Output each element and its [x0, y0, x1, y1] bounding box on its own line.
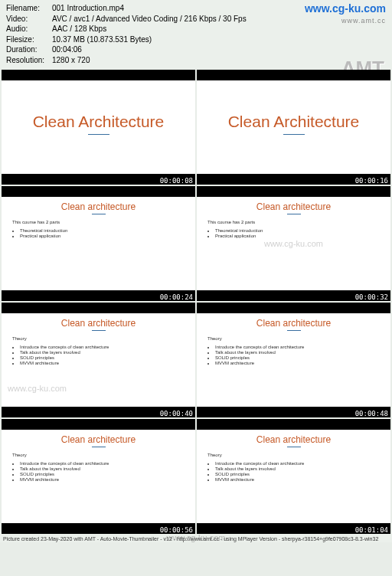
bullet-item: Practical application — [20, 234, 185, 238]
thumbnail-grid: Clean Architecture00:00:08Clean Architec… — [0, 70, 392, 534]
bullet-item: Talk about the layers involved — [20, 350, 185, 355]
bullet-item: Talk about the layers involved — [20, 466, 185, 471]
timecode: 00:00:32 — [355, 293, 388, 301]
audio-label: Audio: — [6, 24, 52, 34]
bullet-item: Introduce the concepts of clean architec… — [20, 461, 185, 466]
bullet-item: Talk about the layers involved — [215, 350, 380, 355]
slide-lead: This course has 2 parts — [12, 219, 185, 226]
thumbnail: Clean Architecture00:00:16 — [197, 70, 390, 185]
slide-watermark: www.cg-ku.com — [8, 384, 67, 393]
thumbnail: Clean architectureThis course has 2 part… — [197, 186, 390, 301]
slide-title: Clean architecture — [207, 318, 380, 329]
slide-lead: This course has 2 parts — [207, 219, 380, 226]
slide-lead: Theory — [12, 452, 185, 459]
slide-lead: Theory — [12, 335, 185, 342]
filename-label: Filename: — [6, 3, 52, 14]
slide-lead: Theory — [207, 335, 380, 342]
bullet-item: Theoretical introduction — [215, 228, 380, 233]
slide-title: Clean architecture — [12, 201, 185, 212]
timecode: 00:00:08 — [160, 177, 193, 185]
bullet-item: SOLID principles — [20, 355, 185, 360]
video-label: Video: — [6, 14, 52, 25]
bullet-item: MVVM architecture — [20, 477, 185, 482]
bullet-item: Introduce the concepts of clean architec… — [20, 345, 185, 349]
bullet-item: Introduce the concepts of clean architec… — [215, 461, 380, 466]
thumbnail: Clean architectureThis course has 2 part… — [2, 186, 195, 301]
filesize-value: 10.37 MB (10.873.531 Bytes) — [52, 34, 386, 45]
slide-title: Clean architecture — [207, 434, 380, 445]
bullet-item: SOLID principles — [20, 472, 185, 476]
slide-bullets: Introduce the concepts of clean architec… — [12, 461, 185, 483]
watermark-sub: www.amt.cc — [305, 16, 386, 25]
bullet-item: MVVM architecture — [20, 361, 185, 365]
slide-bullets: Theoretical introductionPractical applic… — [12, 228, 185, 239]
bullet-item: Practical application — [215, 234, 380, 238]
watermark-top: www.cg-ku.com www.amt.cc — [305, 2, 386, 25]
thumbnail: Clean architectureTheoryIntroduce the co… — [2, 303, 195, 417]
duration-value: 00:04:06 — [52, 44, 386, 55]
resolution-label: Resolution: — [6, 55, 52, 66]
slide-title: Clean architecture — [207, 201, 380, 212]
slide-bullets: Introduce the concepts of clean architec… — [207, 345, 380, 366]
slide-title: Clean Architecture — [207, 113, 380, 131]
bullet-item: MVVM architecture — [215, 477, 380, 482]
slide-bullets: Introduce the concepts of clean architec… — [12, 345, 185, 366]
slide-watermark: www.cg-ku.com — [264, 239, 323, 248]
filesize-label: Filesize: — [6, 34, 52, 45]
bullet-item: Theoretical introduction — [20, 228, 185, 233]
slide-title: Clean architecture — [12, 434, 185, 445]
timecode: 00:00:16 — [355, 177, 388, 185]
bullet-item: SOLID principles — [215, 472, 380, 476]
file-info: www.cg-ku.com www.amt.cc Filename:001 In… — [0, 0, 392, 70]
slide-title: Clean architecture — [12, 318, 185, 329]
thumbnail: Clean architectureTheoryIntroduce the co… — [2, 419, 195, 534]
thumbnail: Clean architectureTheoryIntroduce the co… — [197, 419, 390, 534]
thumbnail: Clean Architecture00:00:08 — [2, 70, 195, 185]
watermark-url: www.cg-ku.com — [305, 2, 386, 16]
slide-bullets: Theoretical introductionPractical applic… — [207, 228, 380, 239]
timecode: 00:00:24 — [160, 293, 193, 301]
thumbnail-sheet: www.cg-ku.com www.amt.cc Filename:001 In… — [0, 0, 392, 542]
footer-text: Picture created 23-May-2020 with AMT - A… — [0, 534, 392, 542]
slide-bullets: Introduce the concepts of clean architec… — [207, 461, 380, 483]
bullet-item: SOLID principles — [215, 355, 380, 360]
thumbnail: Clean architectureTheoryIntroduce the co… — [197, 303, 390, 417]
timecode: 00:00:48 — [355, 410, 388, 417]
timecode: 00:00:40 — [160, 410, 193, 417]
bullet-item: Introduce the concepts of clean architec… — [215, 345, 380, 349]
resolution-value: 1280 x 720 — [52, 55, 386, 66]
timecode: 00:00:56 — [160, 526, 193, 534]
bullet-item: Talk about the layers involved — [215, 466, 380, 471]
bullet-item: MVVM architecture — [215, 361, 380, 365]
slide-title: Clean Architecture — [12, 113, 185, 131]
duration-label: Duration: — [6, 44, 52, 55]
timecode: 00:01:04 — [355, 526, 388, 534]
slide-lead: Theory — [207, 452, 380, 459]
